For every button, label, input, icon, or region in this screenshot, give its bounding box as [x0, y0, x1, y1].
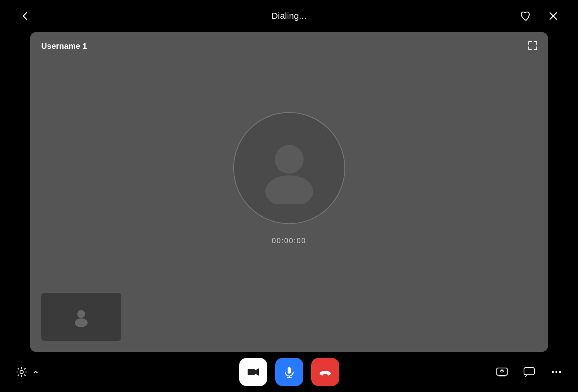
close-button[interactable] — [544, 7, 562, 25]
remote-avatar-silhouette — [253, 132, 325, 204]
call-timer: 00:00:00 — [272, 237, 306, 245]
bottom-bar — [0, 352, 578, 392]
back-button[interactable] — [16, 7, 34, 25]
chat-icon — [523, 366, 535, 378]
remote-avatar-circle — [233, 112, 345, 224]
video-area: Username 1 00:00:00 — [30, 32, 548, 352]
back-icon — [19, 10, 30, 22]
top-bar: Dialing... — [0, 0, 578, 32]
share-screen-button[interactable] — [493, 363, 511, 381]
chevron-up-icon — [33, 369, 38, 375]
bottom-right-controls — [493, 363, 565, 381]
svg-point-13 — [556, 371, 558, 373]
microphone-icon — [283, 366, 296, 378]
svg-point-4 — [20, 370, 23, 374]
svg-point-0 — [275, 145, 304, 174]
svg-rect-5 — [248, 369, 255, 375]
svg-rect-6 — [288, 367, 291, 374]
share-screen-icon — [496, 366, 508, 378]
self-view — [41, 293, 121, 341]
svg-point-14 — [559, 371, 561, 373]
end-call-icon — [318, 365, 332, 379]
svg-point-1 — [265, 175, 313, 204]
video-username: Username 1 — [41, 42, 87, 51]
video-icon — [247, 366, 260, 378]
self-avatar-silhouette — [71, 307, 91, 327]
video-toggle-button[interactable] — [239, 358, 267, 386]
more-icon — [550, 366, 562, 378]
svg-point-2 — [77, 310, 85, 318]
remote-avatar-container: 00:00:00 — [233, 112, 345, 245]
gear-icon — [16, 366, 27, 378]
chat-button[interactable] — [520, 363, 538, 381]
call-status: Dialing... — [272, 11, 307, 21]
fullscreen-button[interactable] — [527, 40, 538, 51]
favorite-button[interactable] — [517, 7, 535, 25]
more-options-button[interactable] — [548, 363, 565, 381]
close-icon — [548, 10, 559, 22]
svg-point-3 — [75, 318, 88, 327]
heart-icon — [520, 10, 532, 22]
top-bar-right — [517, 7, 562, 25]
svg-point-12 — [552, 371, 554, 373]
mic-toggle-button[interactable] — [275, 358, 303, 386]
fullscreen-icon — [527, 40, 538, 51]
bottom-left-controls — [13, 363, 38, 381]
settings-button[interactable] — [13, 363, 30, 381]
svg-rect-11 — [524, 368, 534, 375]
call-controls — [239, 358, 339, 386]
end-call-button[interactable] — [311, 358, 339, 386]
settings-group — [13, 363, 38, 381]
top-bar-left — [16, 7, 34, 25]
